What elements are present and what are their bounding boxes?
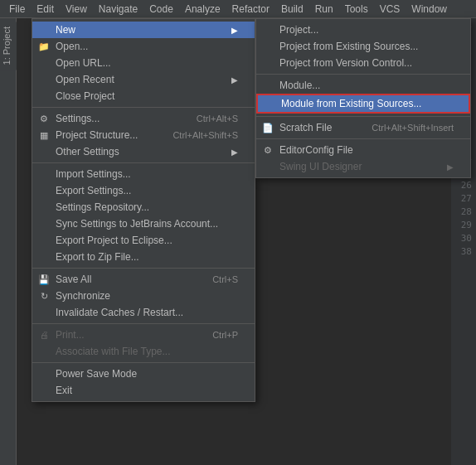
- menu-vcs[interactable]: VCS: [374, 0, 406, 17]
- settings-icon: ⚙: [37, 112, 51, 125]
- menu-item-other-settings[interactable]: Other Settings ▶: [32, 143, 255, 160]
- submenu-arrow-other-icon: ▶: [231, 148, 238, 157]
- line-number: 27: [461, 192, 472, 206]
- print-icon: 🖨: [37, 328, 51, 341]
- new-submenu-dropdown: Project... Project from Existing Sources…: [255, 18, 471, 178]
- submenu-arrow-icon: ▶: [231, 26, 238, 35]
- menu-run[interactable]: Run: [309, 0, 339, 17]
- menu-item-save-all[interactable]: 💾 Save All Ctrl+S: [32, 271, 255, 288]
- menu-item-associate-file-type: Associate with File Type...: [32, 343, 255, 360]
- left-sidebar: 1: Project: [0, 18, 17, 465]
- submenu-item-module[interactable]: Module...: [256, 77, 470, 94]
- line-number: 38: [461, 245, 472, 259]
- project-tab[interactable]: 1: Project: [0, 22, 17, 70]
- menu-item-settings-repo[interactable]: Settings Repository...: [32, 199, 255, 216]
- menu-item-settings[interactable]: ⚙ Settings... Ctrl+Alt+S: [32, 110, 255, 127]
- menu-item-synchronize[interactable]: ↻ Synchronize: [32, 288, 255, 304]
- menu-item-new[interactable]: New ▶: [32, 22, 255, 38]
- submenu-item-module-existing[interactable]: Module from Existing Sources...: [256, 94, 470, 114]
- project-structure-icon: ▦: [37, 128, 51, 142]
- submenu-item-project[interactable]: Project...: [256, 22, 470, 38]
- menu-item-open-recent[interactable]: Open Recent ▶: [32, 71, 255, 88]
- menu-tools[interactable]: Tools: [339, 0, 374, 17]
- menu-window[interactable]: Window: [406, 0, 453, 17]
- submenu-arrow-recent-icon: ▶: [231, 75, 238, 85]
- editorconfig-icon: ⚙: [261, 143, 274, 157]
- menu-item-invalidate-caches[interactable]: Invalidate Caches / Restart...: [32, 304, 255, 321]
- menu-item-close-project[interactable]: Close Project: [32, 88, 255, 104]
- separator-3: [32, 268, 255, 269]
- menu-refactor[interactable]: Refactor: [226, 0, 275, 17]
- menu-item-print: 🖨 Print... Ctrl+P: [32, 327, 255, 343]
- sync-icon: ↻: [37, 289, 51, 303]
- menu-edit[interactable]: Edit: [31, 0, 60, 17]
- menu-item-power-save[interactable]: Power Save Mode: [32, 366, 255, 382]
- menu-build[interactable]: Build: [275, 0, 309, 17]
- submenu-item-swing: Swing UI Designer ▶: [256, 158, 470, 175]
- submenu-item-project-vcs[interactable]: Project from Version Control...: [256, 55, 470, 71]
- submenu-item-scratch-file[interactable]: 📄 Scratch File Ctrl+Alt+Shift+Insert: [256, 119, 470, 136]
- menu-code[interactable]: Code: [143, 0, 179, 17]
- menu-navigate[interactable]: Navigate: [93, 0, 143, 17]
- menu-item-export-zip[interactable]: Export to Zip File...: [32, 249, 255, 265]
- separator-2: [32, 162, 255, 163]
- menu-view[interactable]: View: [60, 0, 93, 17]
- submenu-item-editorconfig[interactable]: ⚙ EditorConfig File: [256, 142, 470, 158]
- line-number: 28: [461, 206, 472, 219]
- submenu-item-project-existing[interactable]: Project from Existing Sources...: [256, 38, 470, 55]
- submenu-separator-2: [256, 116, 470, 117]
- separator-5: [32, 362, 255, 363]
- menu-file[interactable]: File: [3, 0, 31, 17]
- menu-item-export-eclipse[interactable]: Export Project to Eclipse...: [32, 232, 255, 249]
- separator-4: [32, 323, 255, 324]
- menu-item-open-url[interactable]: Open URL...: [32, 55, 255, 71]
- menu-item-sync-settings[interactable]: Sync Settings to JetBrains Account...: [32, 216, 255, 232]
- scratch-file-icon: 📄: [261, 121, 274, 134]
- submenu-separator-3: [256, 138, 470, 139]
- submenu-separator-1: [256, 74, 470, 75]
- menu-analyze[interactable]: Analyze: [179, 0, 226, 17]
- submenu-arrow-swing-icon: ▶: [447, 162, 454, 172]
- menu-item-import-settings[interactable]: Import Settings...: [32, 166, 255, 182]
- menu-bar: File Edit View Navigate Code Analyze Ref…: [0, 0, 476, 18]
- file-menu-dropdown: New ▶ 📁 Open... Open URL... Open Recent …: [32, 18, 255, 402]
- menu-item-project-structure[interactable]: ▦ Project Structure... Ctrl+Alt+Shift+S: [32, 127, 255, 143]
- line-number: 26: [461, 179, 472, 192]
- separator-1: [32, 107, 255, 108]
- menu-item-exit[interactable]: Exit: [32, 382, 255, 399]
- folder-icon: 📁: [37, 40, 51, 53]
- line-number: 30: [461, 232, 472, 245]
- line-number: 29: [461, 219, 472, 232]
- menu-item-export-settings[interactable]: Export Settings...: [32, 182, 255, 199]
- menu-item-open[interactable]: 📁 Open...: [32, 38, 255, 55]
- save-icon: 💾: [37, 273, 51, 286]
